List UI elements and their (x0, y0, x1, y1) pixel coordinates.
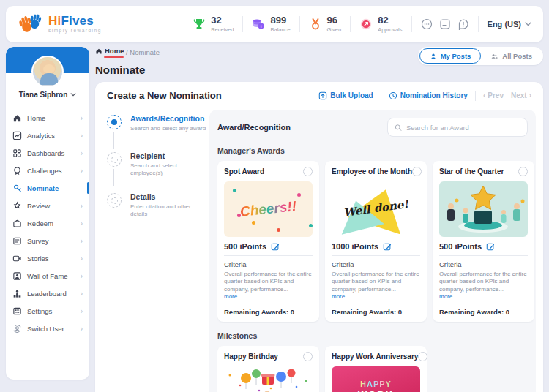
stories-video-icon (12, 254, 22, 263)
milestones-row: Happy Birthday (217, 346, 528, 392)
hifives-logo[interactable]: HiFives simply rewarding (18, 12, 102, 36)
person-icon (430, 53, 437, 60)
section-title: Award/Recognition (217, 123, 291, 132)
all-posts-button[interactable]: All Posts (481, 49, 542, 63)
prev-button[interactable]: ‹Prev (483, 91, 504, 99)
divider (475, 91, 476, 101)
sidebar-item-nominate[interactable]: Nominate› (6, 179, 89, 197)
bulk-upload-button[interactable]: Bulk Upload (318, 91, 373, 100)
award-card-happy-birthday[interactable]: Happy Birthday (217, 346, 319, 392)
approvals-timer-icon (359, 18, 373, 31)
profile-card: Tiana Siphron (6, 47, 89, 105)
star-podium-illustration (439, 181, 528, 237)
next-button[interactable]: Next› (511, 91, 531, 99)
sidebar-item-settings[interactable]: Settings› (6, 302, 89, 320)
stat-given[interactable]: 96Given (309, 15, 342, 33)
award-radio[interactable] (518, 167, 528, 176)
award-card-star-of-the-quarter[interactable]: Star of the Quarter (433, 161, 534, 322)
language-selector[interactable]: Eng (US) (488, 20, 531, 29)
step-recipient[interactable]: Recipient Search and select employee(s) (107, 151, 208, 177)
more-link[interactable]: more (439, 293, 528, 304)
chevron-right-icon: › (81, 132, 83, 140)
notes-icon[interactable] (439, 18, 451, 30)
avatar[interactable] (31, 56, 64, 88)
chevron-left-icon: ‹ (483, 91, 485, 99)
chevron-right-icon: › (81, 325, 83, 333)
divider (242, 16, 243, 32)
award-search-input[interactable] (406, 124, 520, 132)
sidebar-item-leaderboard[interactable]: Leaderboard› (6, 284, 89, 302)
stat-received[interactable]: 32Received (193, 15, 234, 33)
medal-icon (309, 18, 322, 31)
settings-icon (12, 306, 22, 316)
divider (411, 16, 412, 32)
breadcrumb: Home / Nominate (95, 47, 160, 56)
award-radio[interactable] (303, 167, 313, 176)
chevron-right-icon: › (81, 255, 83, 263)
chevron-right-icon: › (81, 202, 83, 210)
step-awards-recognition[interactable]: Awards/Recognition Search and select any… (107, 114, 208, 136)
employee-of-month-image: Well done! (332, 181, 420, 237)
happy-birthday-image (224, 366, 313, 392)
award-radio[interactable] (412, 167, 422, 176)
divider (299, 16, 300, 32)
edit-points-icon[interactable] (486, 242, 495, 251)
sidebar-item-challenges[interactable]: Challenges› (6, 162, 89, 179)
sidebar-item-wall-of-fame[interactable]: Wall of Fame› (6, 267, 89, 284)
sidebar-item-redeem[interactable]: Redeem› (6, 214, 89, 232)
award-card-spot-award[interactable]: Spot Award Cheers!! 500 iPoints Criteria… (217, 161, 319, 322)
step-details[interactable]: Details Enter citation and other details (107, 192, 208, 218)
sidebar-item-home[interactable]: Home› (6, 109, 89, 127)
chevron-right-icon: › (529, 91, 531, 99)
breadcrumb-current: Nominate (130, 48, 160, 56)
analytics-icon (12, 131, 22, 140)
more-link[interactable]: more (332, 293, 420, 304)
people-icon (490, 53, 498, 60)
sidebar-item-survey[interactable]: Survey› (6, 232, 89, 249)
group-label-milestones: Milestones (217, 331, 528, 340)
logo-wordmark: HiFives (48, 15, 102, 27)
upload-icon (318, 91, 327, 100)
award-card-happy-work-anniversary[interactable]: Happy Work Anniversary HAPPY WORK ANNIVE… (325, 346, 427, 392)
group-label-managers-awards: Manager's Awards (217, 146, 528, 155)
coins-icon: i (252, 18, 265, 31)
award-radio[interactable] (418, 352, 427, 361)
user-menu[interactable]: Tiana Siphron (6, 91, 89, 99)
chevron-right-icon: › (81, 149, 83, 157)
panel-title: Create a New Nomination (107, 90, 222, 101)
award-radio[interactable] (303, 352, 313, 361)
posts-toggle: My Posts All Posts (418, 47, 543, 65)
history-clock-icon (389, 91, 397, 100)
wall-of-fame-icon (12, 271, 22, 281)
edit-points-icon[interactable] (383, 242, 392, 251)
more-link[interactable]: more (224, 293, 313, 304)
sidebar: Tiana Siphron Home› Analytics› Dashboard… (6, 47, 89, 380)
survey-icon (12, 236, 22, 246)
edit-points-icon[interactable] (271, 242, 280, 251)
nomination-stepper: Awards/Recognition Search and select any… (107, 114, 208, 234)
award-search[interactable] (387, 118, 528, 137)
chevron-down-icon (525, 22, 531, 26)
sidebar-item-stories[interactable]: Stories› (6, 249, 89, 267)
sidebar-item-analytics[interactable]: Analytics› (6, 127, 89, 144)
leaderboard-icon (12, 289, 22, 298)
award-card-employee-of-the-month[interactable]: Employee of the Month Well done! 1000 iP… (325, 161, 427, 322)
chevron-right-icon: › (81, 167, 83, 175)
chevron-right-icon: › (81, 114, 83, 122)
step-indicator (107, 152, 122, 167)
step-connector (113, 132, 114, 149)
breadcrumb-home[interactable]: Home (95, 47, 124, 55)
feedback-bubble-icon[interactable] (458, 18, 469, 30)
sidebar-item-dashboards[interactable]: Dashboards› (6, 144, 89, 162)
chat-bubble-icon[interactable] (421, 18, 433, 30)
confetti-dots (233, 189, 236, 192)
step-connector (113, 169, 114, 186)
stat-balance[interactable]: i 899Balance (252, 15, 290, 33)
sidebar-item-review[interactable]: Review› (6, 197, 89, 214)
stat-approvals[interactable]: 82Approvals (359, 15, 402, 33)
nomination-history-button[interactable]: Nomination History (389, 91, 468, 100)
divider (350, 16, 351, 32)
my-posts-button[interactable]: My Posts (419, 48, 482, 64)
hifives-hands-icon (18, 12, 42, 36)
sidebar-item-switch-user[interactable]: Switch User› (6, 320, 89, 337)
